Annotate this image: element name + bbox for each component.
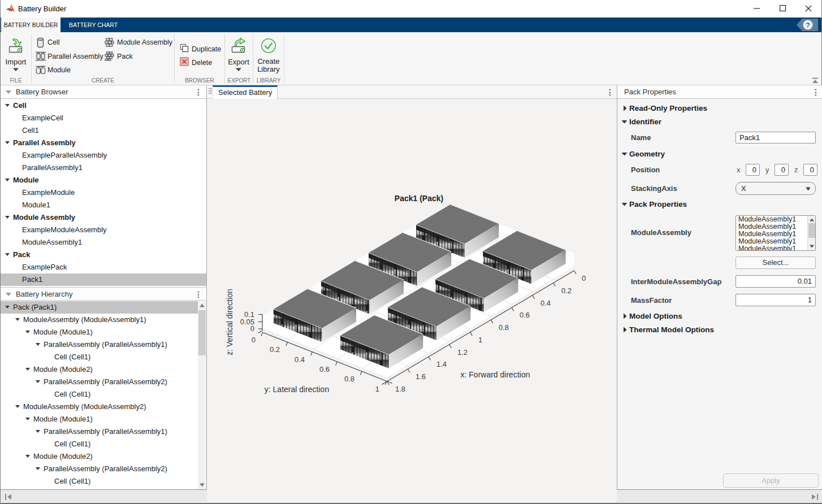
svg-text:1: 1	[375, 385, 379, 393]
svg-text:0.05: 0.05	[240, 318, 254, 326]
svg-text:1.4: 1.4	[436, 360, 447, 368]
svg-text:0.6: 0.6	[319, 365, 330, 373]
svg-text:1.2: 1.2	[457, 348, 468, 357]
svg-text:1.8: 1.8	[395, 385, 405, 393]
svg-text:0.8: 0.8	[499, 323, 509, 332]
svg-text:0.2: 0.2	[561, 286, 572, 295]
svg-text:0.6: 0.6	[520, 311, 530, 319]
svg-text:0.4: 0.4	[295, 355, 305, 364]
svg-text:0: 0	[252, 336, 256, 344]
svg-text:1.6: 1.6	[416, 372, 426, 381]
svg-text:y: Lateral direction: y: Lateral direction	[265, 385, 329, 394]
svg-text:0.8: 0.8	[344, 375, 354, 383]
svg-text:x: Forward direction: x: Forward direction	[461, 370, 530, 379]
svg-text:0: 0	[582, 274, 586, 283]
svg-text:Pack1 (Pack): Pack1 (Pack)	[395, 194, 443, 203]
svg-text:?: ?	[806, 21, 810, 29]
svg-text:0.2: 0.2	[270, 345, 280, 354]
svg-text:0.4: 0.4	[540, 299, 551, 307]
svg-text:0.1: 0.1	[244, 310, 254, 319]
svg-text:z: Vertical direction: z: Vertical direction	[225, 289, 234, 355]
svg-text:1: 1	[478, 336, 482, 344]
